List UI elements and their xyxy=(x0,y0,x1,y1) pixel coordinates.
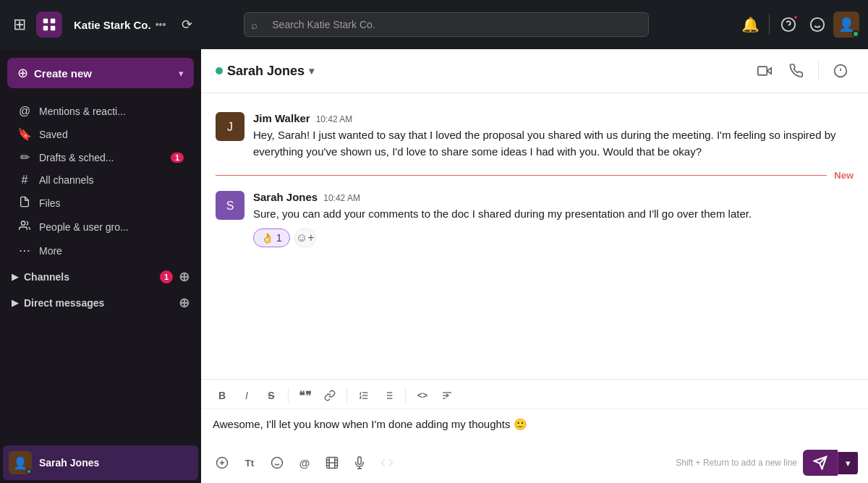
channels-chevron: ▶ xyxy=(12,272,18,282)
topnav-icons: 🔔 👤 xyxy=(737,12,859,38)
send-dropdown-button[interactable]: ▾ xyxy=(838,452,858,474)
chat-area: Sarah Jones ▾ J xyxy=(201,49,868,483)
help-button[interactable] xyxy=(775,12,801,38)
dm-section-label: Direct messages xyxy=(24,297,173,309)
message-sarah: S Sarah Jones 10:42 AM Sure, you can add… xyxy=(201,187,868,252)
toolbar-divider-2 xyxy=(346,388,347,403)
notifications-bell[interactable]: 🔔 xyxy=(737,12,763,38)
sidebar: ⊕ Create new ▾ @ Mentions & reacti... 🔖 … xyxy=(0,49,201,483)
phone-call-button[interactable] xyxy=(783,58,809,84)
sidebar-item-mentions[interactable]: @ Mentions & reacti... xyxy=(6,101,195,122)
toolbar-divider-3 xyxy=(405,388,406,403)
chat-contact-name[interactable]: Sarah Jones ▾ xyxy=(216,64,314,79)
online-indicator xyxy=(852,30,859,38)
send-button[interactable] xyxy=(803,450,838,476)
sidebar-footer[interactable]: 👤 Sarah Jones xyxy=(3,445,198,480)
files-icon xyxy=(17,196,32,210)
code-button[interactable]: <> xyxy=(412,385,433,406)
compose-body[interactable]: Awesome, I'll let you know when I'm done… xyxy=(201,409,868,445)
message-avatar-sarah: S xyxy=(216,191,244,220)
grid-icon[interactable]: ⊞ xyxy=(9,11,30,38)
svg-rect-1 xyxy=(51,19,55,23)
people-icon xyxy=(17,220,32,234)
reaction-ok-hand[interactable]: 👌 1 xyxy=(253,228,290,247)
header-divider xyxy=(818,61,819,81)
chat-header: Sarah Jones ▾ xyxy=(201,49,868,93)
emoji-button[interactable] xyxy=(266,452,288,474)
blockquote-button[interactable]: ❝❞ xyxy=(294,385,316,406)
svg-point-9 xyxy=(21,221,25,225)
contact-name-text: Sarah Jones xyxy=(227,64,305,79)
help-badge xyxy=(793,14,799,20)
ordered-list-button[interactable] xyxy=(353,385,375,406)
sidebar-nav: @ Mentions & reacti... 🔖 Saved ✏ Drafts … xyxy=(0,97,201,443)
send-button-group: ▾ xyxy=(803,450,858,476)
info-button[interactable] xyxy=(827,58,854,84)
sidebar-item-all-channels[interactable]: # All channels xyxy=(6,169,195,191)
emoji-status-button[interactable] xyxy=(804,12,830,38)
channels-add-icon[interactable]: ⊕ xyxy=(179,269,190,285)
code-block-button xyxy=(376,452,398,474)
sidebar-item-label-mentions: Mentions & reacti... xyxy=(39,106,184,117)
workspace-menu-dots[interactable]: ••• xyxy=(156,19,166,30)
svg-marker-10 xyxy=(767,68,771,74)
compose-toolbar: B I S ❝❞ <> xyxy=(201,380,868,409)
message-jim: J Jim Walker 10:42 AM Hey, Sarah! I just… xyxy=(201,108,868,164)
more-icon: ⋯ xyxy=(17,244,32,257)
sidebar-item-drafts[interactable]: ✏ Drafts & sched... 1 xyxy=(6,146,195,168)
add-reaction-icon: ☺+ xyxy=(296,231,315,244)
search-bar: ⌕ xyxy=(244,12,649,37)
app-logo[interactable] xyxy=(36,12,62,38)
mention-button[interactable]: @ xyxy=(294,452,315,474)
link-button[interactable] xyxy=(319,385,341,406)
italic-button[interactable]: I xyxy=(236,385,258,406)
message-time-sarah: 10:42 AM xyxy=(323,193,360,203)
strikethrough-button[interactable]: S xyxy=(260,385,282,406)
toolbar-divider-1 xyxy=(288,388,289,403)
media-button[interactable] xyxy=(321,452,343,474)
svg-text:J: J xyxy=(227,121,233,133)
bullet-list-button[interactable] xyxy=(378,385,399,406)
chat-header-actions xyxy=(752,58,854,84)
sidebar-item-more[interactable]: ⋯ More xyxy=(6,239,195,262)
svg-point-32 xyxy=(272,458,283,469)
svg-rect-11 xyxy=(758,67,767,75)
drafts-badge: 1 xyxy=(171,153,184,163)
channels-badge: 1 xyxy=(160,270,173,283)
message-text-sarah: Sure, you can add your comments to the d… xyxy=(253,206,854,223)
workspace-name[interactable]: Katie Stark Co. ••• xyxy=(68,16,171,34)
sidebar-item-label-saved: Saved xyxy=(39,129,184,140)
attach-button[interactable] xyxy=(211,452,233,474)
add-reaction-button[interactable]: ☺+ xyxy=(294,228,316,247)
dm-section[interactable]: ▶ Direct messages ⊕ xyxy=(3,289,198,314)
all-channels-icon: # xyxy=(17,174,32,187)
bold-button[interactable]: B xyxy=(211,385,233,406)
sidebar-item-people[interactable]: People & user gro... xyxy=(6,215,195,239)
search-input[interactable] xyxy=(244,12,649,37)
message-time-jim: 10:42 AM xyxy=(316,114,353,124)
dm-chevron: ▶ xyxy=(12,298,18,308)
sidebar-item-label-channels: All channels xyxy=(39,174,184,186)
dm-add-icon[interactable]: ⊕ xyxy=(179,295,190,311)
footer-online-dot xyxy=(26,469,32,474)
contact-online-dot xyxy=(216,67,223,74)
search-icon: ⌕ xyxy=(251,19,258,31)
user-avatar[interactable]: 👤 xyxy=(833,12,859,38)
channels-section[interactable]: ▶ Channels 1 ⊕ xyxy=(3,263,198,288)
indent-button[interactable] xyxy=(436,385,458,406)
create-new-button[interactable]: ⊕ Create new ▾ xyxy=(7,58,194,88)
sidebar-item-files[interactable]: Files xyxy=(6,192,195,215)
compose-hint: Shift + Return to add a new line xyxy=(676,458,797,468)
compose-footer: Tt @ Shift + Return to add a new line xyxy=(201,445,868,483)
drafts-icon: ✏ xyxy=(17,150,32,164)
new-messages-divider: New xyxy=(216,170,854,181)
sidebar-item-saved[interactable]: 🔖 Saved xyxy=(6,123,195,145)
svg-rect-0 xyxy=(43,19,48,23)
video-call-button[interactable] xyxy=(752,58,778,84)
saved-icon: 🔖 xyxy=(17,127,32,141)
text-format-button[interactable]: Tt xyxy=(239,452,260,474)
mic-button[interactable] xyxy=(349,452,370,474)
svg-point-6 xyxy=(811,18,824,31)
compose-text[interactable]: Awesome, I'll let you know when I'm done… xyxy=(213,416,856,433)
history-icon[interactable]: ⟳ xyxy=(177,12,197,37)
